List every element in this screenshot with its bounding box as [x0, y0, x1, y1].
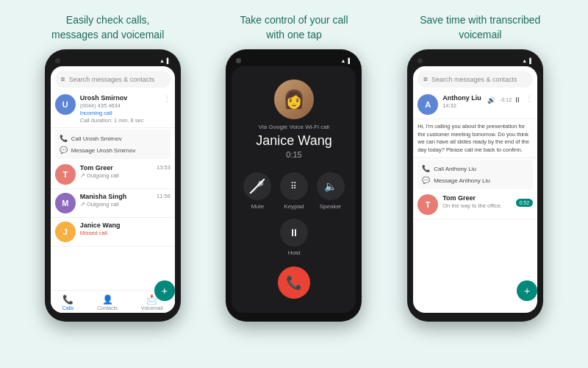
calls-nav-label: Calls	[62, 305, 74, 311]
caption-2: Take control of your call with one tap	[213, 13, 375, 42]
avatar-tom: T	[55, 164, 76, 185]
battery-icon-2: ▌	[348, 58, 352, 63]
call-icon-3: 📞	[422, 165, 430, 172]
anthony-info: Anthony Liu 14:32	[442, 94, 483, 109]
wifi-icon: ▲	[159, 58, 165, 63]
call-anthony-label: Call Anthony Liu	[434, 166, 476, 172]
nav-calls[interactable]: 📞 Calls	[62, 294, 74, 311]
tom-name: Tom Greer	[80, 164, 152, 171]
status-icons-2: ▲ ▌	[341, 58, 352, 63]
message-action-label: Message Urosh Smirnov	[71, 147, 136, 154]
search-placeholder-3: Search messages & contacts	[431, 76, 517, 83]
avatar-manisha: M	[55, 193, 76, 213]
status-icons-3: ▲ ▌	[522, 58, 533, 63]
phone-1: ▲ ▌ ≡ Search messages & contacts U Urosh…	[45, 49, 181, 322]
keypad-icon: ⠿	[290, 181, 297, 191]
phone1-search-bar[interactable]: ≡ Search messages & contacts	[55, 71, 171, 88]
wifi-icon-3: ▲	[522, 58, 527, 63]
anthony-time: 14:32	[442, 102, 483, 109]
avatar-tom-3: T	[417, 194, 438, 215]
avatar-janice: J	[55, 222, 76, 242]
caller-name: Janice Wang	[256, 133, 331, 149]
caption-3: Save time with transcribed voicemail	[399, 13, 561, 42]
contact-manisha[interactable]: M Manisha Singh ↗ Outgoing call 11:56	[51, 189, 175, 218]
contact-tom-3[interactable]: T Tom Greer On the way to the office. 0:…	[413, 191, 537, 219]
message-icon-3: 💬	[422, 177, 430, 184]
phone2-top-bar: ▲ ▌	[232, 58, 356, 66]
call-actions: 🎤 Mute ⠿ Keypad 🔈 Speaker	[232, 172, 356, 210]
phone3-screen: ≡ Search messages & contacts A Anthony L…	[413, 66, 537, 313]
caller-avatar-face: 👩	[283, 89, 305, 110]
pause-icon: ⏸	[289, 227, 299, 238]
urosh-phone: (0044) 435 4634	[80, 102, 159, 109]
call-anthony-action[interactable]: 📞 Call Anthony Liu	[422, 163, 528, 174]
phone2-screen: 👩 Via Google Voice Wi-Fi call Janice Wan…	[232, 66, 356, 313]
phone3-search-bar[interactable]: ≡ Search messages & contacts	[417, 71, 533, 88]
call-icon: 📞	[60, 135, 68, 142]
hold-label: Hold	[288, 250, 300, 256]
manisha-sub: ↗ Outgoing call	[80, 201, 152, 208]
tom-sub-3: On the way to the office.	[442, 202, 511, 209]
contact-anthony[interactable]: A Anthony Liu 14:32 🔊 -0:12 ⏸ ⋮	[413, 91, 537, 119]
wifi-icon-2: ▲	[341, 58, 346, 63]
fab-button-3[interactable]: +	[517, 280, 537, 301]
call-via-text: Via Google Voice Wi-Fi call	[259, 124, 329, 130]
tom-name-3: Tom Greer	[442, 194, 511, 202]
phone1-screen: ≡ Search messages & contacts U Urosh Smi…	[51, 66, 175, 313]
end-call-icon: 📞	[286, 275, 302, 291]
pause-icon-3[interactable]: ⏸	[514, 96, 521, 104]
hamburger-icon-3: ≡	[423, 75, 428, 83]
contact-janice[interactable]: J Janice Wang Missed call	[51, 218, 175, 247]
urosh-name: Urosh Smirnov	[80, 94, 159, 102]
message-anthony-label: Message Anthony Liu	[434, 177, 490, 184]
anthony-actions-box: 📞 Call Anthony Liu 💬 Message Anthony Liu	[417, 160, 533, 189]
janice-sub: Missed call	[80, 230, 171, 236]
anthony-more-icon[interactable]: ⋮	[526, 94, 533, 102]
tom-sub: ↗ Outgoing call	[80, 172, 152, 179]
contacts-nav-icon: 👤	[102, 294, 113, 305]
mute-btn[interactable]: 🎤 Mute	[243, 172, 271, 210]
contact-urosh[interactable]: U Urosh Smirnov (0044) 435 4634 Incoming…	[51, 91, 175, 128]
tom-time: 13:53	[157, 164, 171, 171]
call-timer: 0:15	[286, 150, 301, 159]
camera-dot	[55, 58, 60, 63]
keypad-circle: ⠿	[280, 172, 308, 200]
mute-circle: 🎤	[243, 172, 271, 200]
voicemail-transcript: Hi, I'm calling you about the presentati…	[413, 119, 537, 158]
janice-info: Janice Wang Missed call	[80, 222, 171, 236]
phone3-top-bar: ▲ ▌	[413, 58, 537, 66]
avatar-urosh: U	[55, 94, 76, 115]
hamburger-icon: ≡	[61, 75, 65, 83]
status-icons: ▲ ▌	[159, 58, 171, 63]
urosh-info: Urosh Smirnov (0044) 435 4634 Incoming c…	[80, 94, 159, 124]
hold-circle: ⏸	[280, 219, 308, 247]
urosh-actions-box: 📞 Call Urosh Smirnov 💬 Message Urosh Smi…	[55, 130, 171, 159]
hold-btn[interactable]: ⏸ Hold	[280, 219, 308, 256]
end-call-btn[interactable]: 📞	[278, 266, 310, 299]
speaker-btn[interactable]: 🔈 Speaker	[317, 172, 345, 210]
speaker-label: Speaker	[320, 203, 342, 210]
manisha-name: Manisha Singh	[80, 193, 152, 200]
captions-row: Easily check calls, messages and voicema…	[0, 0, 588, 49]
fab-button[interactable]: +	[154, 280, 175, 301]
message-anthony-action[interactable]: 💬 Message Anthony Liu	[422, 174, 528, 186]
voicemail-nav-label: Voicemail	[141, 305, 163, 311]
keypad-btn[interactable]: ⠿ Keypad	[280, 172, 308, 210]
message-urosh-action[interactable]: 💬 Message Urosh Smirnov	[60, 144, 166, 156]
manisha-time: 11:56	[157, 193, 171, 199]
keypad-label: Keypad	[284, 203, 304, 210]
battery-icon-3: ▌	[529, 58, 533, 63]
caller-avatar: 👩	[274, 79, 314, 119]
urosh-more-icon[interactable]: ⋮	[163, 94, 171, 102]
mute-label: Mute	[251, 203, 264, 210]
contact-tom[interactable]: T Tom Greer ↗ Outgoing call 13:53	[51, 160, 175, 189]
urosh-duration: Call duration: 1 min, 8 sec	[80, 117, 159, 124]
message-icon: 💬	[60, 146, 68, 154]
janice-name: Janice Wang	[80, 222, 171, 229]
nav-contacts[interactable]: 👤 Contacts	[97, 294, 118, 311]
call-action-label: Call Urosh Smirnov	[71, 135, 122, 142]
avatar-anthony: A	[417, 94, 438, 115]
volume-icon: 🔊	[487, 96, 495, 104]
phone1-top-bar: ▲ ▌	[51, 58, 175, 66]
call-urosh-action[interactable]: 📞 Call Urosh Smirnov	[60, 132, 166, 144]
